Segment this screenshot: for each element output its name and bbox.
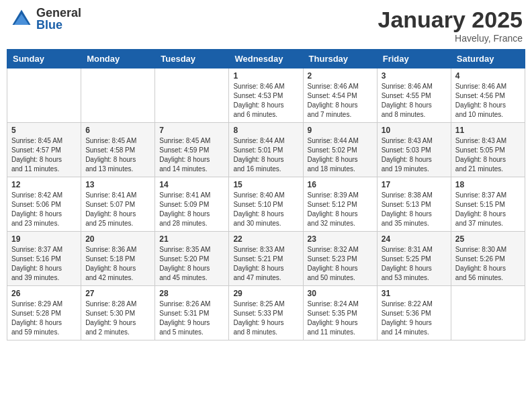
- day-number: 11: [455, 126, 521, 135]
- day-info: Sunrise: 8:40 AM Sunset: 5:10 PM Dayligh…: [233, 191, 298, 228]
- page-header: General Blue January 2025 Haveluy, Franc…: [7, 7, 525, 44]
- day-cell-16: 16Sunrise: 8:39 AM Sunset: 5:12 PM Dayli…: [303, 177, 377, 232]
- day-number: 19: [11, 234, 77, 244]
- day-info: Sunrise: 8:24 AM Sunset: 5:35 PM Dayligh…: [308, 300, 373, 337]
- day-info: Sunrise: 8:45 AM Sunset: 4:58 PM Dayligh…: [85, 136, 150, 174]
- day-info: Sunrise: 8:46 AM Sunset: 4:53 PM Dayligh…: [233, 82, 298, 120]
- week-row-3: 12Sunrise: 8:42 AM Sunset: 5:06 PM Dayli…: [7, 177, 525, 232]
- day-header-wednesday: Wednesday: [229, 50, 303, 68]
- day-header-saturday: Saturday: [451, 50, 525, 68]
- day-cell-5: 5Sunrise: 8:45 AM Sunset: 4:57 PM Daylig…: [7, 123, 81, 177]
- day-header-thursday: Thursday: [303, 50, 377, 68]
- day-info: Sunrise: 8:37 AM Sunset: 5:16 PM Dayligh…: [11, 245, 77, 283]
- logo-general: General: [36, 7, 81, 19]
- title-block: January 2025 Haveluy, France: [378, 7, 523, 44]
- week-row-4: 19Sunrise: 8:37 AM Sunset: 5:16 PM Dayli…: [7, 232, 525, 286]
- day-number: 12: [11, 180, 77, 189]
- day-cell-8: 8Sunrise: 8:44 AM Sunset: 5:01 PM Daylig…: [229, 123, 303, 177]
- week-row-2: 5Sunrise: 8:45 AM Sunset: 4:57 PM Daylig…: [7, 123, 525, 177]
- empty-cell: [451, 286, 525, 340]
- day-number: 2: [308, 71, 373, 81]
- empty-cell: [7, 68, 81, 123]
- day-info: Sunrise: 8:32 AM Sunset: 5:23 PM Dayligh…: [308, 245, 373, 283]
- day-info: Sunrise: 8:45 AM Sunset: 4:57 PM Dayligh…: [11, 136, 77, 174]
- day-info: Sunrise: 8:44 AM Sunset: 5:01 PM Dayligh…: [233, 136, 298, 174]
- day-number: 31: [382, 289, 447, 298]
- day-cell-14: 14Sunrise: 8:41 AM Sunset: 5:09 PM Dayli…: [155, 177, 229, 232]
- logo-icon: [9, 7, 34, 31]
- day-cell-23: 23Sunrise: 8:32 AM Sunset: 5:23 PM Dayli…: [303, 232, 377, 286]
- day-cell-25: 25Sunrise: 8:30 AM Sunset: 5:26 PM Dayli…: [451, 232, 525, 286]
- day-cell-19: 19Sunrise: 8:37 AM Sunset: 5:16 PM Dayli…: [7, 232, 81, 286]
- day-info: Sunrise: 8:42 AM Sunset: 5:06 PM Dayligh…: [11, 191, 77, 228]
- day-number: 10: [382, 126, 447, 135]
- day-number: 16: [308, 180, 373, 189]
- day-info: Sunrise: 8:33 AM Sunset: 5:21 PM Dayligh…: [233, 245, 298, 283]
- calendar-table: SundayMondayTuesdayWednesdayThursdayFrid…: [7, 49, 525, 340]
- day-cell-7: 7Sunrise: 8:45 AM Sunset: 4:59 PM Daylig…: [155, 123, 229, 177]
- day-header-monday: Monday: [81, 50, 155, 68]
- day-number: 21: [159, 234, 224, 244]
- day-cell-28: 28Sunrise: 8:26 AM Sunset: 5:31 PM Dayli…: [155, 286, 229, 340]
- day-info: Sunrise: 8:29 AM Sunset: 5:28 PM Dayligh…: [11, 300, 77, 337]
- logo: General Blue: [9, 7, 81, 31]
- day-number: 5: [11, 126, 77, 135]
- day-number: 4: [455, 71, 521, 81]
- day-number: 27: [85, 289, 150, 298]
- day-cell-2: 2Sunrise: 8:46 AM Sunset: 4:54 PM Daylig…: [303, 68, 377, 123]
- day-number: 14: [159, 180, 224, 189]
- day-info: Sunrise: 8:38 AM Sunset: 5:13 PM Dayligh…: [382, 191, 447, 228]
- day-number: 30: [308, 289, 373, 298]
- day-info: Sunrise: 8:28 AM Sunset: 5:30 PM Dayligh…: [85, 300, 150, 337]
- day-number: 29: [233, 289, 298, 298]
- day-cell-26: 26Sunrise: 8:29 AM Sunset: 5:28 PM Dayli…: [7, 286, 81, 340]
- day-number: 20: [85, 234, 150, 244]
- day-number: 24: [382, 234, 447, 244]
- day-cell-10: 10Sunrise: 8:43 AM Sunset: 5:03 PM Dayli…: [377, 123, 451, 177]
- day-cell-3: 3Sunrise: 8:46 AM Sunset: 4:55 PM Daylig…: [377, 68, 451, 123]
- day-cell-18: 18Sunrise: 8:37 AM Sunset: 5:15 PM Dayli…: [451, 177, 525, 232]
- day-info: Sunrise: 8:43 AM Sunset: 5:03 PM Dayligh…: [382, 136, 447, 174]
- day-cell-22: 22Sunrise: 8:33 AM Sunset: 5:21 PM Dayli…: [229, 232, 303, 286]
- calendar-header-row: SundayMondayTuesdayWednesdayThursdayFrid…: [7, 50, 525, 68]
- day-number: 7: [159, 126, 224, 135]
- day-number: 8: [233, 126, 298, 135]
- day-cell-11: 11Sunrise: 8:43 AM Sunset: 5:05 PM Dayli…: [451, 123, 525, 177]
- day-info: Sunrise: 8:43 AM Sunset: 5:05 PM Dayligh…: [455, 136, 521, 174]
- day-info: Sunrise: 8:45 AM Sunset: 4:59 PM Dayligh…: [159, 136, 224, 174]
- day-cell-9: 9Sunrise: 8:44 AM Sunset: 5:02 PM Daylig…: [303, 123, 377, 177]
- location: Haveluy, France: [378, 33, 523, 44]
- day-info: Sunrise: 8:41 AM Sunset: 5:09 PM Dayligh…: [159, 191, 224, 228]
- logo-text: General Blue: [36, 7, 81, 31]
- day-info: Sunrise: 8:46 AM Sunset: 4:54 PM Dayligh…: [308, 82, 373, 120]
- day-cell-12: 12Sunrise: 8:42 AM Sunset: 5:06 PM Dayli…: [7, 177, 81, 232]
- day-number: 25: [455, 234, 521, 244]
- day-info: Sunrise: 8:44 AM Sunset: 5:02 PM Dayligh…: [308, 136, 373, 174]
- day-info: Sunrise: 8:46 AM Sunset: 4:56 PM Dayligh…: [455, 82, 521, 120]
- empty-cell: [155, 68, 229, 123]
- day-cell-6: 6Sunrise: 8:45 AM Sunset: 4:58 PM Daylig…: [81, 123, 155, 177]
- day-cell-4: 4Sunrise: 8:46 AM Sunset: 4:56 PM Daylig…: [451, 68, 525, 123]
- day-number: 18: [455, 180, 521, 189]
- day-info: Sunrise: 8:39 AM Sunset: 5:12 PM Dayligh…: [308, 191, 373, 228]
- day-header-tuesday: Tuesday: [155, 50, 229, 68]
- day-cell-13: 13Sunrise: 8:41 AM Sunset: 5:07 PM Dayli…: [81, 177, 155, 232]
- day-cell-30: 30Sunrise: 8:24 AM Sunset: 5:35 PM Dayli…: [303, 286, 377, 340]
- day-number: 9: [308, 126, 373, 135]
- day-number: 23: [308, 234, 373, 244]
- empty-cell: [81, 68, 155, 123]
- day-info: Sunrise: 8:30 AM Sunset: 5:26 PM Dayligh…: [455, 245, 521, 283]
- day-number: 15: [233, 180, 298, 189]
- day-info: Sunrise: 8:22 AM Sunset: 5:36 PM Dayligh…: [382, 300, 447, 337]
- day-header-friday: Friday: [377, 50, 451, 68]
- day-number: 6: [85, 126, 150, 135]
- day-info: Sunrise: 8:26 AM Sunset: 5:31 PM Dayligh…: [159, 300, 224, 337]
- day-cell-1: 1Sunrise: 8:46 AM Sunset: 4:53 PM Daylig…: [229, 68, 303, 123]
- day-header-sunday: Sunday: [7, 50, 81, 68]
- day-number: 13: [85, 180, 150, 189]
- week-row-1: 1Sunrise: 8:46 AM Sunset: 4:53 PM Daylig…: [7, 68, 525, 123]
- day-cell-31: 31Sunrise: 8:22 AM Sunset: 5:36 PM Dayli…: [377, 286, 451, 340]
- day-number: 28: [159, 289, 224, 298]
- day-info: Sunrise: 8:41 AM Sunset: 5:07 PM Dayligh…: [85, 191, 150, 228]
- day-number: 17: [382, 180, 447, 189]
